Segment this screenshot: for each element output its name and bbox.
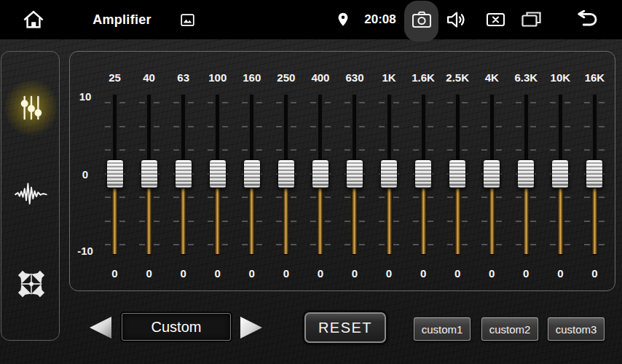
tick-mark	[325, 126, 331, 127]
eq-slider-handle[interactable]	[551, 159, 569, 189]
eq-band-250: 2500	[269, 52, 303, 292]
tick-mark	[393, 149, 399, 151]
reset-button[interactable]: RESET	[304, 312, 386, 343]
tick-mark	[105, 126, 111, 127]
custom3-button[interactable]: custom3	[548, 317, 605, 341]
tick-mark	[359, 126, 365, 127]
eq-slider-handle[interactable]	[312, 159, 329, 189]
tick-mark	[584, 221, 590, 222]
preset-selector[interactable]: Custom	[122, 313, 231, 341]
tick-mark	[550, 126, 556, 127]
custom2-button[interactable]: custom2	[481, 317, 538, 341]
tick-mark	[173, 102, 179, 103]
tick-mark	[154, 197, 160, 198]
gallery-button[interactable]	[178, 0, 197, 39]
sidebar-tab-balance-fader[interactable]	[15, 267, 48, 301]
tick-mark	[359, 102, 365, 103]
tick-mark	[310, 149, 316, 151]
tick-mark	[428, 197, 433, 198]
tick-mark	[379, 102, 385, 103]
tick-mark	[599, 102, 605, 103]
tick-mark	[154, 244, 160, 245]
custom1-button[interactable]: custom1	[414, 317, 471, 341]
tick-mark	[208, 149, 213, 151]
band-value: 0	[509, 267, 543, 280]
custom3-label: custom3	[556, 323, 597, 336]
volume-icon	[446, 9, 468, 30]
tick-mark	[393, 197, 399, 198]
close-app-button[interactable]	[484, 0, 506, 39]
eq-slider-handle[interactable]	[243, 159, 261, 189]
tick-mark	[584, 149, 590, 151]
tick-mark	[428, 221, 433, 222]
tick-mark	[222, 244, 228, 245]
eq-band-63: 630	[166, 52, 200, 292]
freq-label: 63	[166, 71, 200, 84]
tick-mark	[105, 197, 111, 198]
tick-mark	[119, 126, 125, 127]
tick-mark	[154, 221, 160, 222]
waveform-icon	[15, 181, 48, 207]
tick-mark	[379, 197, 385, 198]
eq-slider-handle[interactable]	[517, 159, 535, 189]
tick-mark	[173, 244, 179, 245]
tick-mark	[188, 102, 194, 103]
eq-slider-handle[interactable]	[414, 159, 432, 189]
eq-slider-handle[interactable]	[380, 159, 398, 189]
tick-mark	[530, 221, 536, 222]
eq-slider-handle[interactable]	[141, 159, 158, 189]
tick-mark	[119, 102, 125, 103]
tick-mark	[462, 102, 468, 103]
tick-mark	[599, 221, 605, 222]
eq-slider-handle[interactable]	[106, 159, 124, 189]
volume-button[interactable]	[444, 0, 469, 39]
preset-prev-button[interactable]	[87, 316, 114, 339]
eq-slider-handle[interactable]	[277, 159, 295, 189]
band-value: 0	[406, 267, 441, 280]
sidebar-tab-equalizer[interactable]	[15, 91, 48, 124]
tick-mark	[105, 244, 111, 245]
tick-mark	[119, 244, 125, 245]
tick-mark	[393, 126, 399, 127]
tick-mark	[447, 126, 453, 127]
location-button[interactable]	[335, 0, 351, 39]
tick-mark	[154, 149, 160, 151]
back-button[interactable]	[572, 0, 602, 39]
freq-label: 40	[132, 71, 166, 84]
home-button[interactable]	[20, 0, 47, 39]
tick-mark	[413, 221, 419, 222]
tick-mark	[496, 197, 502, 198]
recent-apps-button[interactable]	[519, 0, 543, 39]
scale-label-zero: 0	[70, 168, 101, 181]
freq-label: 4K	[475, 71, 509, 84]
custom1-label: custom1	[422, 323, 463, 336]
tick-mark	[550, 221, 556, 222]
eq-band-10K: 10K0	[543, 52, 578, 292]
eq-band-4K: 4K0	[475, 52, 509, 292]
gallery-icon	[180, 12, 195, 28]
tick-mark	[413, 102, 419, 103]
tick-mark	[462, 221, 468, 222]
scale-label-min: -10	[70, 245, 101, 257]
eq-slider-handle[interactable]	[483, 159, 500, 189]
eq-slider-handle[interactable]	[346, 159, 363, 189]
eq-slider-handle[interactable]	[449, 159, 466, 189]
tick-mark	[359, 149, 365, 151]
eq-slider-handle[interactable]	[209, 159, 227, 189]
camera-button[interactable]	[409, 0, 434, 39]
eq-slider-handle[interactable]	[586, 159, 603, 189]
tick-mark	[599, 126, 605, 127]
tick-mark	[393, 221, 399, 222]
freq-label: 10K	[543, 71, 578, 84]
band-value: 0	[543, 267, 578, 280]
preset-next-button[interactable]	[238, 316, 264, 339]
tick-mark	[325, 197, 331, 198]
sidebar-tab-sound-effect[interactable]	[15, 177, 48, 210]
eq-band-6.3K: 6.3K0	[509, 52, 543, 292]
tick-mark	[310, 197, 316, 198]
tick-mark	[447, 197, 453, 198]
tick-mark	[325, 149, 331, 151]
tick-mark	[599, 244, 605, 245]
eq-slider-handle[interactable]	[175, 159, 192, 189]
tick-mark	[310, 244, 316, 245]
